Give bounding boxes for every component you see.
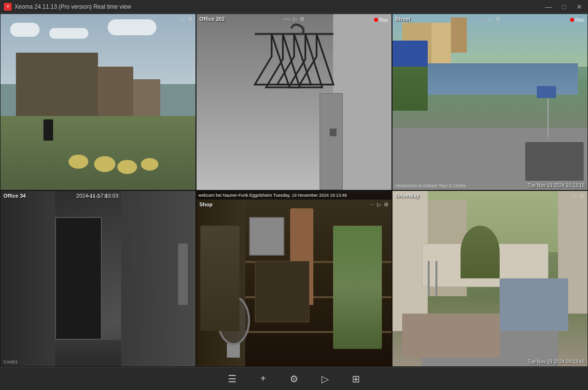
cam3-settings-icon[interactable]: ⚙ [496, 16, 501, 22]
cam6-timestamp: Tue Nov 19 2024 09:13:46 [528, 359, 585, 364]
maximize-button[interactable]: □ [559, 2, 569, 12]
toolbar: ☰ + ⚙ ▷ ⊞ [0, 367, 588, 390]
cam6-settings-icon[interactable]: ⚙ [580, 193, 585, 199]
rec-dot-3 [570, 18, 574, 22]
cam3-timestamp: Tue Nov 19 2024 15:13:16 [528, 183, 585, 188]
cam5-label: Shop [199, 202, 213, 207]
cam3-label: Street [395, 16, 410, 22]
cam3-play-icon[interactable]: ▷ [489, 16, 493, 22]
cam4-date-overlay: 2024-11-17 13:03: [76, 193, 120, 199]
cam2-dots[interactable] [284, 18, 290, 20]
settings-button[interactable]: ⚙ [286, 371, 302, 387]
cam6-label: DriveWay [395, 193, 420, 199]
add-button[interactable]: + [255, 371, 271, 387]
cam2-label: Office 202 [199, 16, 225, 22]
cam1-controls[interactable]: ▷ ⚙ [181, 16, 193, 22]
rec-dot-2 [374, 18, 378, 22]
cam1-settings-icon[interactable]: ⚙ [188, 16, 193, 22]
cam6-dots-icon[interactable]: ··· [566, 193, 570, 199]
cam2-rec: Rec [374, 17, 389, 23]
play-button[interactable]: ▷ [317, 371, 333, 387]
cam5-controls[interactable]: ··· ▷ ⚙ [370, 202, 389, 208]
cam3-watermark: meanrenzo.nl Antique Toys & Clocks [395, 183, 466, 188]
cam3-dots[interactable] [480, 18, 486, 20]
minimize-button[interactable]: — [544, 2, 553, 12]
titlebar-controls: — □ ✕ [544, 2, 584, 12]
cam5-topbar: webcam bei Nauner-Funk Eggolsheim Tuesda… [196, 191, 392, 200]
grid-button[interactable]: ⊞ [348, 371, 364, 387]
cam2-inner-controls[interactable]: ▷ ⚙ [284, 16, 305, 22]
rec-text-2: Rec [379, 17, 389, 23]
camera-cell-4[interactable]: Office 34 ▷ ⚙ 2024-11-17 13:03: CAM01 [0, 190, 196, 367]
titlebar-left: Xeoma 24.11.13 (Pro version) Real time v… [4, 3, 131, 11]
cam5-dots-icon[interactable]: ··· [370, 202, 374, 207]
cam3-rec: Rec [570, 17, 585, 23]
camera-grid: ▷ ⚙ Office 202 [0, 14, 588, 367]
cam5-play-icon[interactable]: ▷ [377, 202, 381, 208]
cam6-controls[interactable]: ··· ▷ ⚙ [566, 193, 585, 199]
cam4-watermark: CAM01 [3, 360, 18, 364]
menu-button[interactable]: ☰ [224, 371, 240, 387]
cam6-play-icon[interactable]: ▷ [573, 193, 577, 199]
camera-cell-6[interactable]: DriveWay ··· ▷ ⚙ Tue Nov 19 2024 09:13:4… [392, 190, 588, 367]
cam2-play-icon[interactable]: ▷ [293, 16, 297, 22]
camera-cell-2[interactable]: Office 202 Rec ▷ ⚙ [196, 14, 392, 190]
camera-cell-1[interactable]: ▷ ⚙ [0, 14, 196, 190]
cam5-settings-icon[interactable]: ⚙ [384, 202, 389, 208]
camera-cell-3[interactable]: Street ▷ ⚙ Rec meanrenzo.nl Antique Toys… [392, 14, 588, 190]
rec-text-3: Rec [575, 17, 585, 23]
app-icon [4, 3, 12, 11]
camera-cell-5[interactable]: webcam bei Nauner-Funk Eggolsheim Tuesda… [196, 190, 392, 367]
title-text: Xeoma 24.11.13 (Pro version) Real time v… [14, 3, 131, 10]
cam4-label: Office 34 [3, 193, 26, 199]
titlebar: Xeoma 24.11.13 (Pro version) Real time v… [0, 0, 588, 14]
close-button[interactable]: ✕ [574, 2, 584, 12]
cam2-settings-icon[interactable]: ⚙ [300, 16, 305, 22]
cam1-play-icon[interactable]: ▷ [181, 16, 185, 22]
cam3-inner-controls[interactable]: ▷ ⚙ [480, 16, 501, 22]
